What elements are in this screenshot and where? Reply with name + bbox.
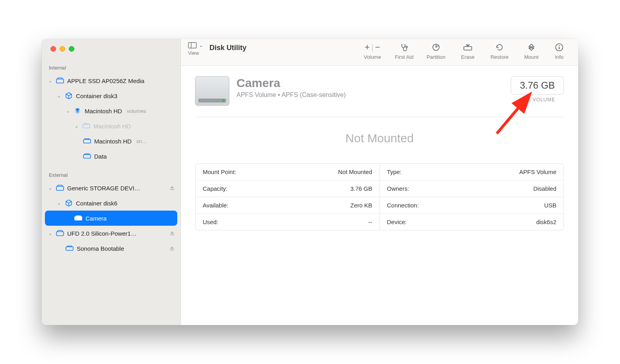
- chevron-down-icon[interactable]: ⌄: [57, 201, 61, 206]
- eject-icon[interactable]: [169, 246, 175, 251]
- window-title: Disk Utility: [209, 44, 246, 52]
- sidebar-item-label: Camera: [85, 215, 107, 222]
- sidebar: Internal ⌄ APPLE SSD AP0256Z Media ⌄ Con…: [42, 39, 181, 325]
- detail-device: Device: disk6s2: [380, 213, 564, 230]
- sidebar-item-label: Macintosh HD: [93, 123, 131, 130]
- volume-icon: [82, 123, 90, 129]
- svg-point-13: [406, 46, 407, 48]
- volume-icon: [83, 153, 91, 159]
- sidebar-disk-ufd[interactable]: ⌄ UFD 2.0 Silicon-Power1…: [42, 226, 180, 241]
- mount-button[interactable]: Mount: [515, 42, 547, 60]
- info-button[interactable]: Info: [547, 42, 571, 60]
- sidebar-volume-group-macintosh-hd[interactable]: ⌄ Macintosh HD volumes: [42, 103, 180, 118]
- sidebar-container-disk6[interactable]: ⌄ Container disk6: [42, 196, 180, 211]
- chevron-down-icon[interactable]: ⌄: [48, 186, 52, 191]
- restore-button[interactable]: Restore: [484, 42, 515, 60]
- chevron-down-icon[interactable]: ⌄: [48, 78, 52, 83]
- volume-icon: [83, 138, 91, 144]
- drive-artwork: [195, 76, 229, 106]
- sidebar-item-label: Container disk6: [76, 200, 117, 207]
- sidebar-volume-sonoma-bootable[interactable]: Sonoma Bootable: [42, 241, 180, 256]
- svg-rect-0: [56, 79, 64, 83]
- detail-type: Type: APFS Volume: [380, 164, 564, 180]
- svg-rect-1: [83, 124, 90, 128]
- hard-disk-icon: [56, 185, 64, 191]
- container-icon: [65, 92, 73, 99]
- sidebar-toggle-icon: [188, 42, 197, 48]
- restore-icon: [495, 42, 504, 52]
- sidebar-volume-data[interactable]: Data: [42, 149, 180, 164]
- erase-icon: [463, 42, 473, 52]
- first-aid-button[interactable]: First Aid: [388, 42, 420, 60]
- detail-owners: Owners: Disabled: [380, 180, 564, 197]
- sidebar-disk-internal[interactable]: ⌄ APPLE SSD AP0256Z Media: [42, 73, 180, 88]
- main-content: ⌄ View Disk Utility +|− Volume First: [181, 39, 578, 325]
- chevron-down-icon[interactable]: ⌄: [48, 231, 52, 236]
- volume-button[interactable]: +|− Volume: [356, 42, 388, 60]
- chevron-down-icon[interactable]: ⌄: [57, 93, 61, 99]
- sidebar-section-internal: Internal: [42, 62, 180, 73]
- info-icon: [555, 42, 564, 52]
- svg-rect-8: [170, 234, 174, 235]
- svg-rect-6: [75, 217, 82, 220]
- sidebar-disk-generic-storage[interactable]: ⌄ Generic STORAGE DEVI…: [42, 180, 180, 196]
- volume-icon: [74, 215, 82, 221]
- sidebar-volume-macintosh-hd-unmounted[interactable]: ⌄ Macintosh HD: [42, 118, 180, 134]
- sidebar-item-label: Container disk3: [76, 93, 117, 99]
- volume-details-table: Mount Point: Not Mounted Capacity: 3.76 …: [195, 163, 564, 230]
- svg-rect-4: [56, 186, 64, 190]
- sidebar-item-suffix: sn…: [136, 138, 147, 144]
- window-controls: [42, 39, 180, 62]
- svg-point-18: [559, 45, 560, 46]
- disk-utility-window: Internal ⌄ APPLE SSD AP0256Z Media ⌄ Con…: [42, 39, 578, 325]
- detail-mount-point: Mount Point: Not Mounted: [196, 164, 380, 180]
- svg-rect-11: [188, 43, 196, 48]
- sidebar-item-label: Macintosh HD: [85, 108, 122, 114]
- eject-icon[interactable]: [169, 185, 175, 191]
- container-icon: [65, 199, 73, 207]
- erase-button[interactable]: Erase: [452, 42, 484, 60]
- svg-rect-19: [559, 47, 560, 49]
- eject-icon[interactable]: [169, 230, 175, 236]
- pie-chart-icon: [432, 42, 440, 52]
- volume-name: Camera: [236, 76, 346, 90]
- sidebar-item-label: UFD 2.0 Silicon-Power1…: [67, 230, 137, 237]
- sidebar-item-label: Sonoma Bootable: [77, 245, 124, 252]
- fullscreen-window-button[interactable]: [69, 46, 74, 52]
- plus-minus-icon: +|−: [365, 42, 380, 52]
- detail-available: Available: Zero KB: [196, 197, 380, 213]
- svg-rect-9: [66, 247, 73, 250]
- mount-icon: [527, 42, 536, 52]
- detail-capacity: Capacity: 3.76 GB: [196, 180, 380, 197]
- sidebar-item-label: Macintosh HD: [94, 138, 132, 145]
- sidebar-item-label: Data: [94, 153, 107, 160]
- volume-size-caption: ONE VOLUME: [511, 97, 564, 103]
- chevron-down-icon[interactable]: ⌄: [66, 108, 70, 114]
- sidebar-section-external: External: [42, 169, 180, 180]
- sidebar-volume-camera[interactable]: Camera: [45, 211, 177, 226]
- volume-icon: [66, 246, 74, 251]
- sidebar-item-label: APPLE SSD AP0256Z Media: [67, 77, 144, 84]
- svg-rect-3: [83, 155, 91, 158]
- sidebar-item-suffix: volumes: [127, 108, 146, 114]
- volume-status: Not Mounted: [195, 132, 564, 145]
- svg-rect-5: [170, 189, 174, 190]
- volume-size: 3.76 GB: [511, 76, 564, 95]
- minimize-window-button[interactable]: [60, 46, 65, 52]
- sidebar-volume-macintosh-hd[interactable]: Macintosh HD sn…: [42, 134, 180, 149]
- view-label: View: [188, 50, 199, 56]
- svg-rect-15: [464, 46, 472, 50]
- sidebar-item-label: Generic STORAGE DEVI…: [67, 185, 140, 192]
- stethoscope-icon: [400, 42, 409, 52]
- sidebar-container-disk3[interactable]: ⌄ Container disk3: [42, 88, 180, 103]
- partition-button[interactable]: Partition: [420, 42, 452, 60]
- chevron-down-icon[interactable]: ⌄: [74, 124, 78, 129]
- svg-rect-2: [83, 139, 91, 143]
- chevron-down-icon: ⌄: [199, 43, 203, 48]
- divider: [195, 117, 564, 117]
- volume-group-icon: [74, 107, 81, 114]
- view-menu[interactable]: ⌄ View: [188, 42, 203, 56]
- close-window-button[interactable]: [50, 46, 56, 52]
- svg-rect-7: [56, 232, 64, 236]
- volume-detail: Camera APFS Volume • APFS (Case-sensitiv…: [181, 66, 578, 325]
